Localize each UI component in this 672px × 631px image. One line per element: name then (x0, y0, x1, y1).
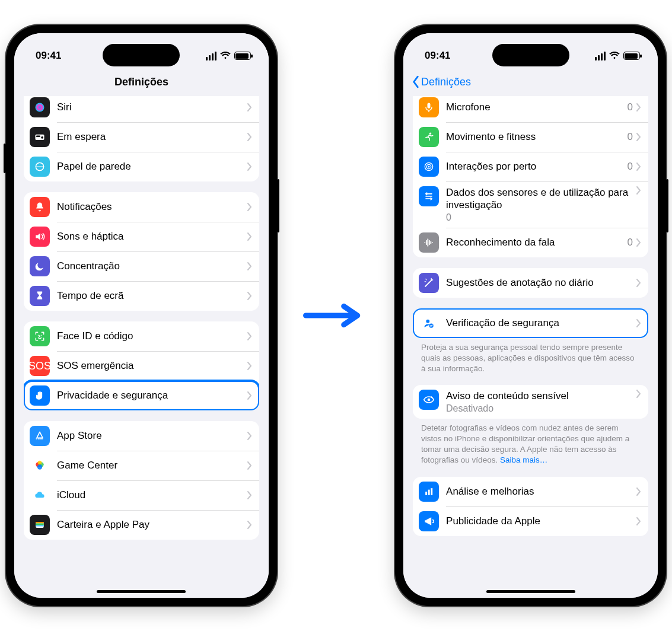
svg-point-19 (428, 166, 430, 168)
arrow-icon (301, 301, 371, 330)
settings-row-mic[interactable]: Microfone0 (413, 96, 648, 122)
settings-row-sensitive[interactable]: Aviso de conteúdo sensívelDesativado (413, 385, 648, 418)
settings-row-screentime[interactable]: Tempo de ecrã (24, 281, 259, 311)
row-label: Carteira e Apple Pay (57, 518, 247, 531)
home-indicator (486, 590, 575, 593)
research-icon (419, 186, 439, 206)
highlighted-row: Privacidade e segurança (24, 381, 259, 410)
settings-row-wallpaper[interactable]: Papel de parede (24, 152, 259, 181)
svg-point-3 (41, 136, 43, 139)
row-label: Face ID e código (57, 330, 247, 342)
runner-icon (419, 127, 439, 147)
chevron-right-icon (247, 162, 252, 171)
settings-row-analytics[interactable]: Análise e melhorias (413, 477, 648, 506)
home-indicator (97, 590, 186, 593)
chevron-right-icon (636, 279, 641, 287)
settings-row-gamecenter[interactable]: Game Center (24, 451, 259, 480)
settings-row-privacy[interactable]: Privacidade e segurança (24, 381, 259, 410)
settings-row-sos[interactable]: SOSSOS emergência (24, 351, 259, 381)
waveform-icon (419, 232, 439, 253)
faceid-icon (30, 326, 50, 346)
svg-rect-13 (36, 524, 43, 525)
nearby-icon (419, 157, 439, 177)
chevron-right-icon (636, 238, 641, 247)
svg-point-9 (37, 464, 42, 469)
chevron-right-icon (247, 103, 252, 111)
hourglass-icon (30, 286, 50, 306)
settings-row-icloud[interactable]: iCloud (24, 480, 259, 510)
row-label: Análise e melhorias (446, 485, 636, 498)
row-label: Papel de parede (57, 160, 247, 173)
settings-row-research[interactable]: Dados dos sensores e de utilização para … (413, 181, 648, 228)
status-time: 09:41 (36, 50, 61, 62)
settings-row-faceid[interactable]: Face ID e código (24, 321, 259, 351)
row-label: Notificações (57, 200, 247, 213)
row-label: Sugestões de anotação no diário (446, 276, 636, 289)
settings-row-safetycheck[interactable]: Verificação de segurança (413, 308, 648, 338)
row-label: Interações por perto (446, 160, 627, 173)
settings-row-appstore[interactable]: App Store (24, 421, 259, 451)
chart-icon (419, 482, 439, 502)
svg-point-16 (429, 133, 431, 135)
standby-icon (30, 127, 50, 147)
moon-icon (30, 256, 50, 276)
row-label: Em espera (57, 130, 247, 143)
settings-group: NotificaçõesSons e hápticaConcentraçãoTe… (24, 192, 259, 311)
back-button[interactable]: Definições (408, 68, 474, 96)
chevron-right-icon (247, 262, 252, 270)
row-label: Dados dos sensores e de utilização para … (446, 186, 636, 212)
settings-row-motion[interactable]: Movimento e fitness0 (413, 122, 648, 152)
row-label: Game Center (57, 459, 247, 471)
row-label: Privacidade e segurança (57, 389, 247, 401)
page-title: Definições (114, 76, 168, 88)
dynamic-island (103, 44, 180, 66)
settings-row-focus[interactable]: Concentração (24, 251, 259, 281)
chevron-right-icon (636, 319, 641, 327)
settings-row-siri[interactable]: Siri (24, 96, 259, 122)
row-label: Reconhecimento da fala (446, 236, 627, 248)
group-footer: Proteja a sua segurança pessoal tendo se… (413, 338, 648, 375)
mic-icon (419, 97, 439, 117)
settings-group: Análise e melhoriasPublicidade da Apple (413, 477, 648, 536)
wallet-icon (30, 515, 50, 535)
svg-rect-2 (36, 136, 40, 138)
nav-bar: Definições (403, 68, 658, 96)
settings-row-wallet[interactable]: Carteira e Apple Pay (24, 510, 259, 540)
row-label: Verificação de segurança (446, 317, 636, 329)
settings-group: SiriEm esperaPapel de parede (24, 96, 259, 181)
learn-more-link[interactable]: Saiba mais… (500, 455, 547, 464)
settings-row-sounds[interactable]: Sons e háptica (24, 222, 259, 251)
dynamic-island (492, 44, 569, 66)
megaphone-icon (419, 511, 439, 531)
settings-row-notifications[interactable]: Notificações (24, 192, 259, 222)
settings-row-journal[interactable]: Sugestões de anotação no diário (413, 268, 648, 298)
row-label: Concentração (57, 260, 247, 272)
chevron-right-icon (247, 292, 252, 300)
chevron-right-icon (247, 203, 252, 211)
wifi-icon (609, 52, 620, 60)
settings-group: Microfone0Movimento e fitness0Interações… (413, 96, 648, 257)
personcheck-icon (419, 313, 439, 333)
svg-point-22 (428, 399, 431, 401)
settings-group: App StoreGame CenteriCloudCarteira e App… (24, 421, 259, 540)
settings-row-ads[interactable]: Publicidade da Apple (413, 506, 648, 536)
row-label: Microfone (446, 101, 627, 113)
row-label: SOS emergência (57, 359, 247, 372)
settings-row-speech[interactable]: Reconhecimento da fala0 (413, 228, 648, 257)
battery-icon (623, 52, 640, 60)
chevron-right-icon (247, 362, 252, 370)
row-sublabel: 0 (446, 212, 636, 223)
highlighted-row: Verificação de segurança (413, 308, 648, 338)
hand-icon (30, 385, 50, 406)
row-detail: 0 (628, 131, 633, 143)
row-label: Movimento e fitness (446, 130, 627, 143)
chevron-right-icon (247, 391, 252, 400)
settings-group: Aviso de conteúdo sensívelDesativado (413, 385, 648, 418)
chevron-right-icon (247, 232, 252, 241)
gamecenter-icon (30, 455, 50, 476)
settings-row-standby[interactable]: Em espera (24, 122, 259, 152)
row-label: Aviso de conteúdo sensível (446, 390, 636, 402)
status-time: 09:41 (425, 50, 450, 62)
settings-row-nearby[interactable]: Interações por perto0 (413, 152, 648, 181)
sos-icon: SOS (30, 356, 50, 376)
